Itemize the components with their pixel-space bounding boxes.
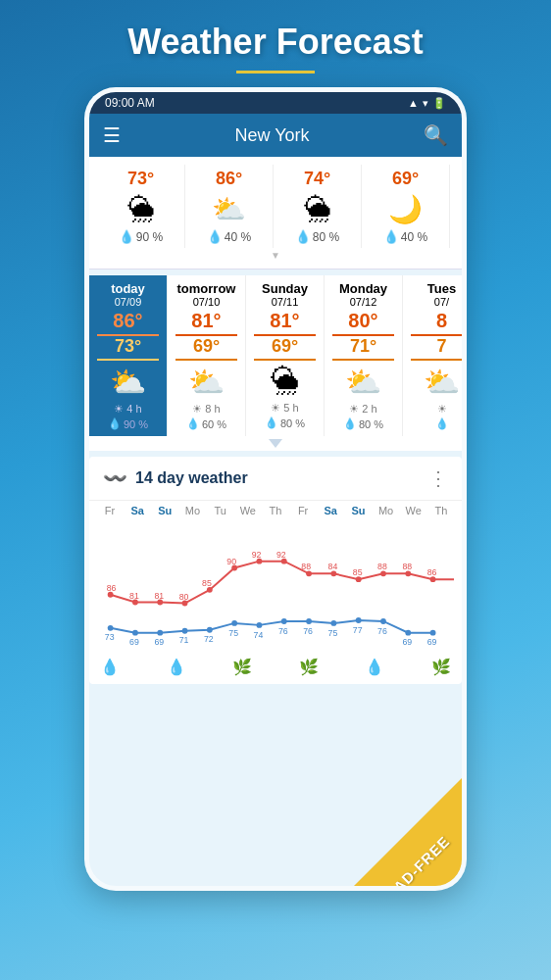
daily-cell-1: tomorrow 07/10 81° 69° ⛅ ☀ 8 h 💧60 % bbox=[168, 275, 246, 436]
svg-text:86: 86 bbox=[107, 583, 117, 593]
daily-weather-icon: 🌦 bbox=[271, 365, 300, 398]
hourly-rain: 💧40 % bbox=[383, 229, 427, 244]
svg-text:69: 69 bbox=[129, 637, 139, 647]
daily-low-temp: 69° bbox=[175, 336, 238, 361]
svg-text:92: 92 bbox=[252, 550, 262, 560]
hourly-cell-1: 86° ⛅ 💧40 % bbox=[185, 165, 274, 248]
daily-weather-icon: ⛅ bbox=[188, 365, 225, 399]
svg-text:88: 88 bbox=[301, 562, 311, 571]
day-label-10: Mo bbox=[374, 505, 399, 516]
daily-low-temp: 71° bbox=[332, 336, 395, 361]
fourteen-day-title: 14 day weather bbox=[135, 469, 421, 487]
battery-icon: 🔋 bbox=[432, 97, 446, 110]
daily-high-temp: 8 bbox=[411, 310, 462, 336]
more-options-icon[interactable]: ⋮ bbox=[428, 466, 448, 490]
daily-high-temp: 86° bbox=[97, 310, 160, 336]
status-bar: 09:00 AM ▲ ▾ 🔋 bbox=[89, 92, 462, 114]
svg-point-29 bbox=[132, 630, 138, 636]
daily-low-temp: 7 bbox=[411, 336, 462, 361]
day-label-2: Su bbox=[152, 505, 177, 516]
title-underline bbox=[236, 71, 315, 74]
signal-icon: ▲ bbox=[408, 97, 419, 109]
daily-cell-0: today 07/09 86° 73° ⛅ ☀ 4 h 💧90 % bbox=[89, 275, 168, 436]
hourly-temp: 69° bbox=[392, 169, 419, 189]
svg-text:88: 88 bbox=[377, 562, 387, 571]
rain-icon: 💧 bbox=[186, 417, 200, 430]
svg-text:71: 71 bbox=[179, 635, 189, 645]
hourly-weather-icon: 🌦 bbox=[304, 193, 331, 225]
svg-point-31 bbox=[182, 628, 188, 634]
daily-weather-icon: ⛅ bbox=[110, 365, 146, 399]
svg-point-40 bbox=[405, 630, 411, 636]
bottom-icon-4: 💧 bbox=[362, 658, 387, 676]
daily-sun-hours: ☀ 4 h bbox=[114, 403, 141, 416]
hourly-rain: 💧40 % bbox=[207, 229, 251, 244]
hourly-weather-icon: 🌦 bbox=[127, 193, 155, 225]
chart-icon: 〰️ bbox=[103, 466, 127, 490]
daily-rain-pct: 💧80 % bbox=[343, 417, 383, 430]
hourly-temp: 73° bbox=[127, 169, 154, 189]
daily-cell-2: Sunday 07/11 81° 69° 🌦 ☀ 5 h 💧80 % bbox=[246, 275, 325, 436]
fourteen-day-section: 〰️ 14 day weather ⋮ FrSaSuMoTuWeThFrSaSu… bbox=[89, 457, 462, 684]
city-name: New York bbox=[132, 125, 412, 146]
day-label-12: Th bbox=[428, 505, 454, 516]
daily-rain-pct: 💧80 % bbox=[265, 416, 305, 429]
rain-drop-icon: 💧 bbox=[207, 229, 223, 244]
hourly-cell-2: 74° 🌦 💧80 % bbox=[274, 165, 362, 248]
svg-text:85: 85 bbox=[202, 578, 212, 588]
daily-low-temp: 73° bbox=[97, 336, 160, 361]
status-icons: ▲ ▾ 🔋 bbox=[408, 97, 446, 110]
page-title: Weather Forecast bbox=[127, 0, 423, 71]
rain-drop-icon: 💧 bbox=[383, 229, 399, 244]
daily-high-temp: 81° bbox=[254, 310, 317, 336]
hourly-rain: 💧80 % bbox=[295, 229, 339, 244]
day-label-3: Mo bbox=[179, 505, 205, 516]
daily-high-temp: 80° bbox=[332, 310, 395, 336]
daily-day: Monday bbox=[339, 281, 387, 296]
svg-point-39 bbox=[380, 618, 386, 624]
bottom-icon-2: 🌿 bbox=[229, 658, 255, 676]
daily-day: tomorrow bbox=[177, 281, 236, 296]
svg-text:69: 69 bbox=[427, 637, 437, 647]
menu-icon[interactable]: ☰ bbox=[103, 123, 121, 147]
daily-cell-4: Tues 07/ 8 7 ⛅ ☀ 💧 bbox=[403, 275, 462, 436]
svg-text:75: 75 bbox=[328, 628, 338, 638]
daily-scroll-indicator bbox=[269, 439, 282, 448]
search-icon[interactable]: 🔍 bbox=[424, 123, 448, 147]
daily-sun-hours: ☀ 2 h bbox=[349, 403, 376, 416]
rain-icon: 💧 bbox=[265, 416, 278, 429]
daily-date: 07/ bbox=[434, 296, 449, 308]
svg-point-32 bbox=[207, 627, 213, 633]
hourly-temp: 74° bbox=[304, 169, 330, 189]
daily-day: today bbox=[111, 281, 145, 296]
daily-weather-icon: ⛅ bbox=[424, 365, 460, 399]
hourly-temp: 86° bbox=[216, 169, 242, 189]
rain-drop-icon: 💧 bbox=[119, 229, 134, 244]
daily-day: Tues bbox=[427, 281, 456, 296]
svg-point-33 bbox=[231, 620, 237, 626]
svg-point-37 bbox=[330, 620, 336, 626]
bottom-icon-1: 💧 bbox=[164, 658, 189, 676]
day-label-11: We bbox=[401, 505, 426, 516]
hourly-weather-icon: ⛅ bbox=[212, 193, 246, 225]
toolbar: ☰ New York 🔍 bbox=[89, 114, 462, 157]
rain-icon: 💧 bbox=[343, 417, 357, 430]
svg-text:72: 72 bbox=[204, 634, 214, 644]
day-label-1: Sa bbox=[125, 505, 150, 516]
svg-text:69: 69 bbox=[402, 637, 412, 647]
hourly-weather-icon: 🌙 bbox=[388, 193, 423, 225]
daily-date: 07/10 bbox=[193, 296, 221, 308]
daily-date: 07/11 bbox=[272, 296, 299, 308]
svg-text:81: 81 bbox=[129, 591, 139, 601]
svg-point-36 bbox=[306, 618, 312, 624]
daily-high-temp: 81° bbox=[175, 310, 238, 336]
ad-free-text: AD-FREE bbox=[390, 832, 453, 891]
rain-icon: 💧 bbox=[108, 417, 122, 430]
bottom-icon-5: 🌿 bbox=[428, 658, 454, 676]
hourly-scroll-indicator: ▼ bbox=[89, 248, 462, 265]
svg-text:80: 80 bbox=[179, 592, 189, 602]
day-label-9: Su bbox=[345, 505, 371, 516]
svg-text:86: 86 bbox=[427, 567, 437, 577]
ad-free-badge: AD-FREE bbox=[354, 778, 462, 886]
daily-date: 07/12 bbox=[350, 296, 377, 308]
